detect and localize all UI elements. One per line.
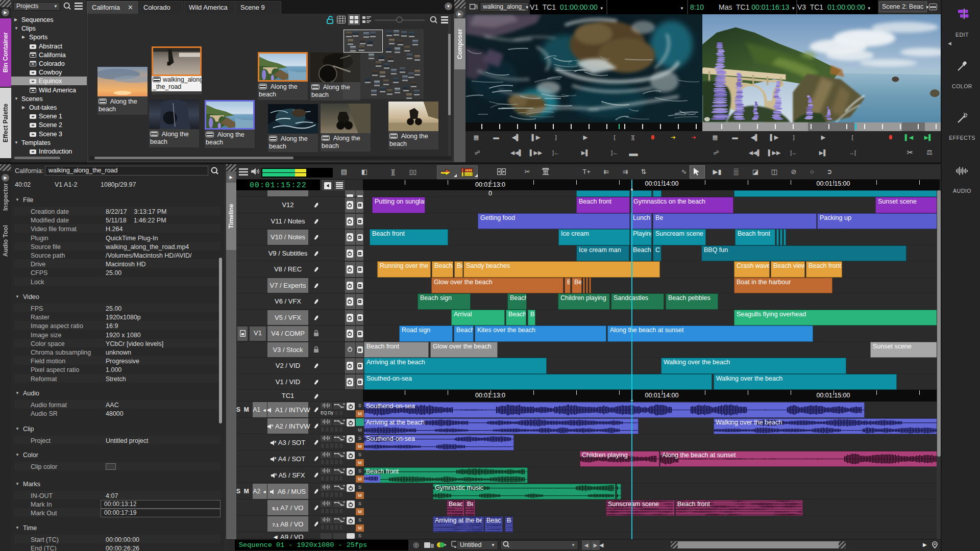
svg-text:§: §: [475, 4, 478, 10]
